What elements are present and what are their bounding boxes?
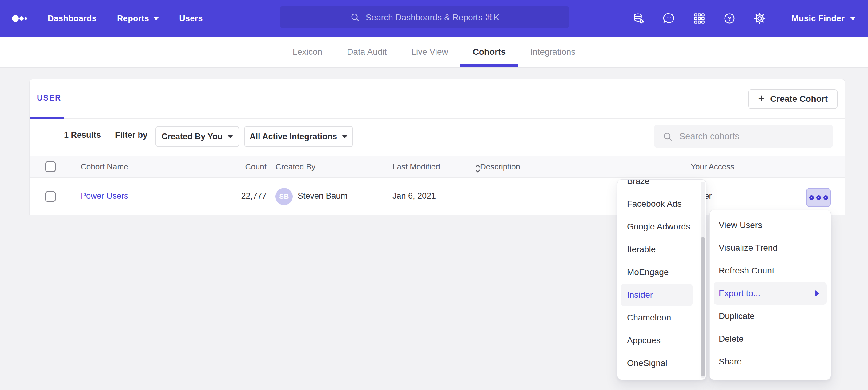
navbar-item-reports[interactable]: Reports (117, 14, 159, 23)
navbar-item-label: Users (179, 14, 203, 23)
help-icon[interactable]: ? (723, 12, 736, 25)
menu-item-label: Appcues (627, 335, 660, 346)
tab-cohorts[interactable]: Cohorts (473, 37, 506, 67)
menu-item-share[interactable]: Share (714, 350, 827, 373)
tab-live-view[interactable]: Live View (411, 37, 448, 67)
menu-item-google-adwords[interactable]: Google Adwords (621, 215, 692, 238)
menu-item-label: View Users (719, 220, 762, 230)
cohorts-panel: USER + Create Cohort 1 Results Filter by… (29, 79, 845, 215)
menu-item-label: Duplicate (719, 311, 755, 321)
menu-item-duplicate[interactable]: Duplicate (714, 305, 827, 328)
row-checkbox[interactable] (45, 191, 56, 202)
settings-icon[interactable] (753, 12, 766, 25)
ellipsis-icon (824, 195, 828, 200)
col-last-modified[interactable]: Last Modified (393, 162, 440, 172)
search-icon (662, 131, 673, 142)
project-switcher[interactable]: Music Finder (792, 13, 856, 23)
ellipsis-icon (809, 195, 814, 200)
data-management-icon[interactable] (632, 12, 646, 25)
search-cohorts-input[interactable]: Search cohorts (654, 125, 833, 148)
navbar-item-label: Reports (117, 14, 149, 23)
menu-item-label: Share (719, 357, 742, 367)
menu-item-label: Refresh Count (719, 266, 774, 275)
tab-data-audit[interactable]: Data Audit (347, 37, 386, 67)
created-by-filter-dropdown[interactable]: Created By You (155, 126, 239, 147)
ellipsis-icon (816, 195, 821, 200)
search-icon (350, 12, 360, 23)
navbar-item-dashboards[interactable]: Dashboards (48, 14, 97, 23)
apps-grid-icon[interactable] (693, 12, 706, 25)
menu-item-label: OneSignal (627, 358, 667, 368)
col-your-access: Your Access (691, 162, 735, 172)
menu-item-label: Visualize Trend (719, 243, 777, 253)
active-tab-underline (30, 117, 64, 119)
menu-item-view-users[interactable]: View Users (714, 214, 827, 236)
divider (105, 127, 106, 146)
navbar-menu: DashboardsReportsUsers (48, 0, 203, 37)
chevron-down-icon (153, 17, 159, 20)
menu-item-moengage[interactable]: MoEngage (621, 261, 692, 284)
count-value: 22,777 (180, 191, 267, 201)
chevron-down-icon (227, 135, 233, 138)
menu-item-delete[interactable]: Delete (714, 328, 827, 350)
cohort-name-link[interactable]: Power Users (81, 191, 128, 201)
menu-item-braze[interactable]: Braze (621, 179, 692, 193)
plus-icon: + (758, 93, 765, 104)
menu-item-label: Google Adwords (627, 222, 690, 232)
context-menu-list: View UsersVisualize TrendRefresh CountEx… (710, 214, 831, 373)
submenu-arrow-icon (815, 290, 819, 296)
menu-item-insider[interactable]: Insider (621, 284, 692, 306)
integrations-filter-dropdown[interactable]: All Active Integrations (244, 126, 353, 147)
menu-item-onesignal[interactable]: OneSignal (621, 352, 692, 375)
tab-integrations[interactable]: Integrations (530, 37, 575, 67)
mixpanel-logo-icon[interactable] (12, 11, 30, 26)
global-search-placeholder: Search Dashboards & Reports ⌘K (366, 12, 499, 23)
menu-item-label: MoEngage (627, 267, 669, 277)
menu-item-label: Braze (627, 179, 649, 186)
export-to-submenu: BrazeFacebook AdsGoogle AdwordsIterableM… (617, 179, 706, 380)
export-options-list: BrazeFacebook AdsGoogle AdwordsIterableM… (617, 179, 706, 375)
menu-item-chameleon[interactable]: Chameleon (621, 306, 692, 329)
menu-item-appcues[interactable]: Appcues (621, 329, 692, 352)
menu-item-label: Delete (719, 334, 744, 344)
navbar-item-label: Dashboards (48, 14, 97, 23)
last-modified-value: Jan 6, 2021 (393, 191, 436, 201)
global-search-input[interactable]: Search Dashboards & Reports ⌘K (280, 6, 569, 28)
select-all-checkbox[interactable] (45, 161, 56, 172)
menu-item-export-to[interactable]: Export to... (714, 282, 827, 305)
create-cohort-button[interactable]: + Create Cohort (748, 89, 838, 109)
menu-item-refresh-count[interactable]: Refresh Count (714, 259, 827, 282)
col-description: Description (480, 162, 520, 172)
menu-item-visualize-trend[interactable]: Visualize Trend (714, 236, 827, 259)
results-count: 1 Results (64, 130, 101, 140)
menu-item-label: Facebook Ads (627, 199, 681, 209)
menu-item-label: Export to... (719, 289, 760, 298)
project-name: Music Finder (792, 13, 845, 23)
menu-item-label: Iterable (627, 245, 656, 254)
tab-user[interactable]: USER (37, 94, 61, 102)
menu-item-label: Chameleon (627, 313, 671, 323)
menu-item-iterable[interactable]: Iterable (621, 238, 692, 261)
scrollbar-thumb[interactable] (701, 237, 705, 376)
col-created-by: Created By (276, 162, 315, 172)
created-by-value: Steven Baum (298, 191, 347, 201)
subnav-tabs: LexiconData AuditLive ViewCohortsIntegra… (0, 37, 868, 67)
chevron-down-icon (850, 17, 856, 20)
created-by-filter-value: Created By You (162, 132, 223, 141)
menu-item-facebook-ads[interactable]: Facebook Ads (621, 193, 692, 215)
search-cohorts-placeholder: Search cohorts (679, 131, 739, 141)
top-navbar: DashboardsReportsUsers Search Dashboards… (0, 0, 868, 37)
row-context-menu: View UsersVisualize TrendRefresh CountEx… (710, 210, 831, 380)
svg-text:?: ? (727, 15, 731, 22)
navbar-right: ? Music Finder (632, 0, 856, 37)
integrations-filter-value: All Active Integrations (250, 132, 337, 141)
chevron-down-icon (342, 135, 347, 138)
data-management-subnav: LexiconData AuditLive ViewCohortsIntegra… (0, 37, 868, 68)
navbar-item-users[interactable]: Users (179, 14, 203, 23)
row-actions-button[interactable] (806, 188, 831, 207)
avatar: SB (276, 188, 293, 205)
feedback-icon[interactable] (663, 12, 676, 25)
cohort-type-tabs: USER + Create Cohort (30, 79, 845, 119)
col-cohort-name: Cohort Name (81, 162, 128, 172)
tab-lexicon[interactable]: Lexicon (293, 37, 322, 67)
